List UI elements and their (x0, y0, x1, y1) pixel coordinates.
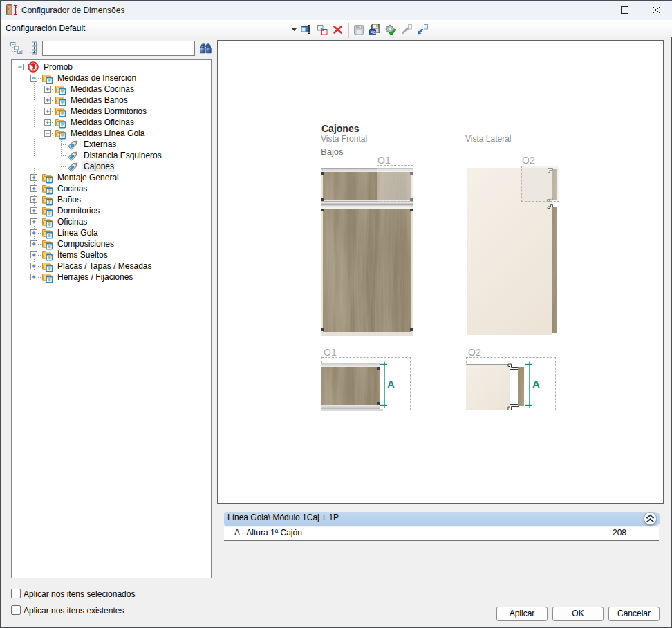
svg-text:<a: <a (371, 30, 376, 35)
